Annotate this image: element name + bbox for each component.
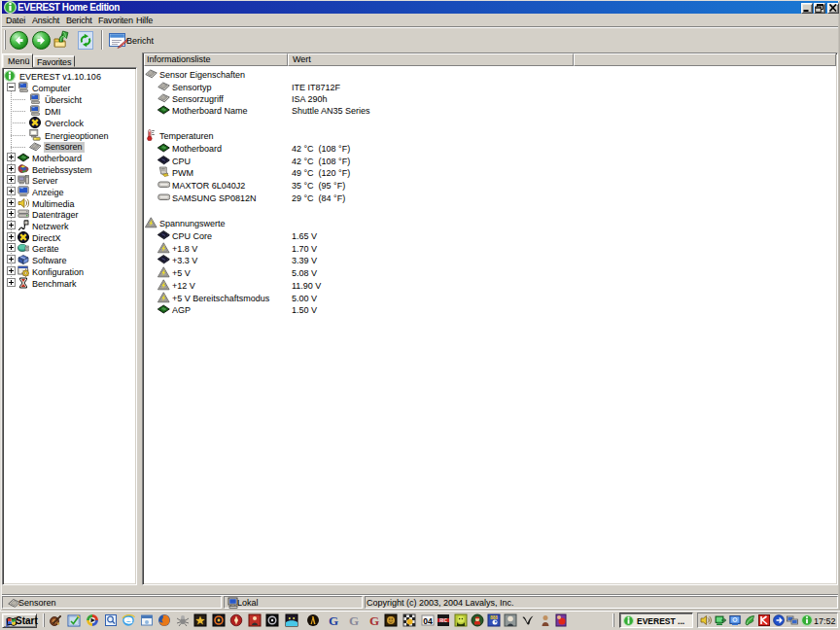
svg-text:G: G (329, 613, 338, 627)
svg-text:888: 888 (490, 615, 498, 620)
svg-text:04: 04 (423, 616, 433, 626)
svg-text:G: G (349, 613, 359, 627)
svg-text:G: G (369, 613, 379, 627)
svg-text:RIC: RIC (439, 618, 448, 623)
